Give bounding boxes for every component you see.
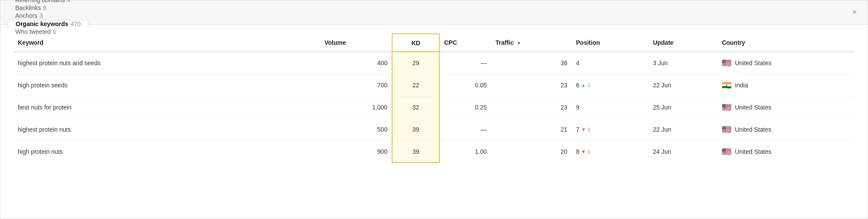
volume-cell: 1,000 <box>320 96 392 119</box>
update-cell: 22 Jun <box>649 74 718 96</box>
keyword-cell: high protein nuts <box>13 141 320 163</box>
position-value: 8▼1 <box>576 148 644 155</box>
cpc-cell: — <box>439 119 491 141</box>
update-cell: 3 Jun <box>649 52 718 74</box>
traffic-cell: 21 <box>491 119 572 141</box>
table-row: high protein seeds700220.05236▲122 Jun🇮🇳… <box>13 74 855 96</box>
keyword-cell: highest protein nuts and seeds <box>13 52 320 74</box>
arrow-up-icon: ▲ <box>581 83 586 88</box>
main-container: HistoryReferring domains 4Backlinks 6Anc… <box>0 0 868 219</box>
col-cpc: CPC <box>439 34 491 52</box>
country-cell: 🇺🇸United States <box>717 119 855 141</box>
position-cell: 8▼1 <box>572 141 649 163</box>
table-area: KeywordVolumeKDCPCTraffic ▼PositionUpdat… <box>0 25 868 172</box>
flag-icon: 🇺🇸 <box>722 125 731 134</box>
table-head: KeywordVolumeKDCPCTraffic ▼PositionUpdat… <box>13 34 855 52</box>
tab-anchors[interactable]: Anchors 3 <box>7 12 89 20</box>
country-value: 🇺🇸United States <box>722 58 850 68</box>
cpc-cell: 0.25 <box>439 96 491 119</box>
cpc-cell: 1.00 <box>439 141 491 163</box>
table-row: highest protein nuts and seeds40029—3643… <box>13 52 855 74</box>
keyword-cell: best nuts for protein <box>13 96 320 119</box>
table-body: highest protein nuts and seeds40029—3643… <box>13 52 855 163</box>
tab-bar: HistoryReferring domains 4Backlinks 6Anc… <box>0 0 868 25</box>
update-cell: 24 Jun <box>649 141 718 163</box>
country-value: 🇺🇸United States <box>722 147 850 156</box>
country-cell: 🇺🇸United States <box>717 96 855 119</box>
table-row: high protein nuts900391.00208▼124 Jun🇺🇸U… <box>13 141 855 163</box>
flag-icon: 🇺🇸 <box>722 147 731 156</box>
cpc-cell: 0.05 <box>439 74 491 96</box>
col-volume: Volume <box>320 34 392 52</box>
position-change: 1 <box>587 83 590 88</box>
traffic-cell: 36 <box>491 52 572 74</box>
flag-icon: 🇮🇳 <box>722 80 731 90</box>
flag-icon: 🇺🇸 <box>722 103 731 112</box>
volume-cell: 400 <box>320 52 392 74</box>
kd-cell: 39 <box>392 119 439 141</box>
col-update: Update <box>649 34 718 52</box>
tab-backlinks[interactable]: Backlinks 6 <box>7 4 89 13</box>
tab-organic-keywords[interactable]: Organic keywords 470 <box>7 20 89 29</box>
position-cell: 7▼1 <box>572 119 649 141</box>
country-name: United States <box>735 148 771 155</box>
country-cell: 🇺🇸United States <box>717 141 855 163</box>
position-change: 1 <box>587 127 590 132</box>
traffic-cell: 23 <box>491 74 572 96</box>
position-value: 4 <box>576 60 644 66</box>
cpc-cell: — <box>439 52 491 74</box>
position-cell: 6▲1 <box>572 74 649 96</box>
country-cell: 🇺🇸United States <box>717 52 855 74</box>
update-cell: 25 Jun <box>649 96 718 119</box>
position-cell: 4 <box>572 52 649 74</box>
kd-cell: 22 <box>392 74 439 96</box>
country-name: United States <box>735 126 771 133</box>
keyword-cell: high protein seeds <box>13 74 320 96</box>
tabs-container: HistoryReferring domains 4Backlinks 6Anc… <box>7 0 89 36</box>
country-value: 🇺🇸United States <box>722 103 850 112</box>
table-row: highest protein nuts50039—217▼122 Jun🇺🇸U… <box>13 119 855 141</box>
kd-cell: 39 <box>392 141 439 163</box>
country-cell: 🇮🇳India <box>717 74 855 96</box>
volume-cell: 500 <box>320 119 392 141</box>
country-name: United States <box>735 60 771 66</box>
kd-cell: 32 <box>392 96 439 119</box>
position-value: 7▼1 <box>576 126 644 133</box>
flag-icon: 🇺🇸 <box>722 58 731 68</box>
kd-cell: 29 <box>392 52 439 74</box>
country-name: India <box>735 82 748 89</box>
col-keyword: Keyword <box>13 34 320 52</box>
tab-who-tweeted[interactable]: Who tweeted 0 <box>7 28 89 36</box>
col-traffic[interactable]: Traffic ▼ <box>491 34 572 52</box>
country-value: 🇮🇳India <box>722 80 850 90</box>
country-name: United States <box>735 104 771 111</box>
table-row: best nuts for protein1,000320.2523925 Ju… <box>13 96 855 119</box>
arrow-down-icon: ▼ <box>581 149 586 154</box>
update-cell: 22 Jun <box>649 119 718 141</box>
traffic-cell: 20 <box>491 141 572 163</box>
position-value: 9 <box>576 104 644 111</box>
position-change: 1 <box>587 149 590 154</box>
volume-cell: 900 <box>320 141 392 163</box>
arrow-down-icon: ▼ <box>581 127 586 132</box>
keywords-table: KeywordVolumeKDCPCTraffic ▼PositionUpdat… <box>13 33 855 163</box>
col-kd: KD <box>392 34 439 52</box>
volume-cell: 700 <box>320 74 392 96</box>
country-value: 🇺🇸United States <box>722 125 850 134</box>
position-value: 6▲1 <box>576 82 644 89</box>
col-position: Position <box>572 34 649 52</box>
col-country: Country <box>717 34 855 52</box>
close-button[interactable]: × <box>848 7 861 19</box>
keyword-cell: highest protein nuts <box>13 119 320 141</box>
position-cell: 9 <box>572 96 649 119</box>
traffic-cell: 23 <box>491 96 572 119</box>
